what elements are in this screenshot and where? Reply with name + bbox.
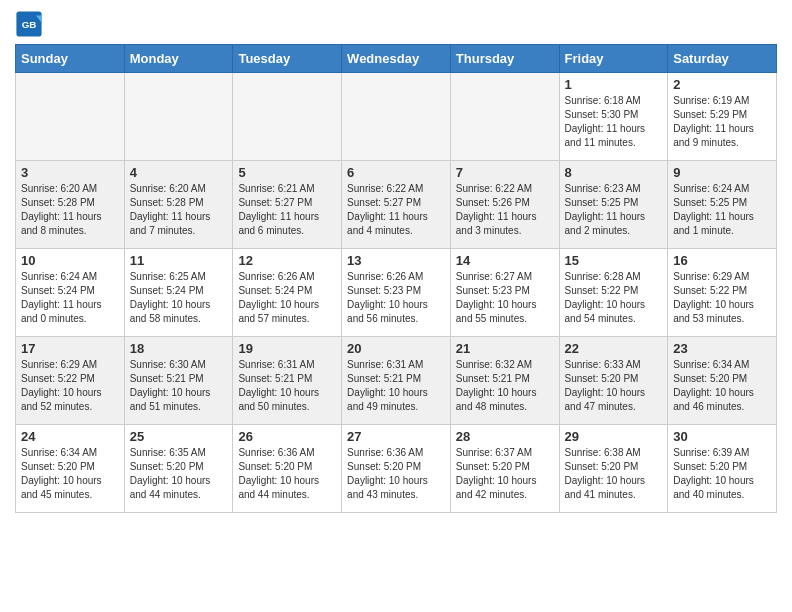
weekday-header-tuesday: Tuesday (233, 45, 342, 73)
logo-icon: GB (15, 10, 43, 38)
day-number: 30 (673, 429, 771, 444)
day-number: 19 (238, 341, 336, 356)
day-number: 1 (565, 77, 663, 92)
header: GB (15, 10, 777, 38)
calendar-cell: 21Sunrise: 6:32 AM Sunset: 5:21 PM Dayli… (450, 337, 559, 425)
day-number: 16 (673, 253, 771, 268)
calendar-header-row: SundayMondayTuesdayWednesdayThursdayFrid… (16, 45, 777, 73)
day-number: 21 (456, 341, 554, 356)
day-info: Sunrise: 6:18 AM Sunset: 5:30 PM Dayligh… (565, 94, 663, 150)
calendar-cell: 28Sunrise: 6:37 AM Sunset: 5:20 PM Dayli… (450, 425, 559, 513)
day-info: Sunrise: 6:31 AM Sunset: 5:21 PM Dayligh… (238, 358, 336, 414)
calendar-cell: 15Sunrise: 6:28 AM Sunset: 5:22 PM Dayli… (559, 249, 668, 337)
calendar-cell (450, 73, 559, 161)
day-info: Sunrise: 6:39 AM Sunset: 5:20 PM Dayligh… (673, 446, 771, 502)
day-info: Sunrise: 6:24 AM Sunset: 5:25 PM Dayligh… (673, 182, 771, 238)
day-info: Sunrise: 6:32 AM Sunset: 5:21 PM Dayligh… (456, 358, 554, 414)
calendar-cell: 4Sunrise: 6:20 AM Sunset: 5:28 PM Daylig… (124, 161, 233, 249)
day-number: 12 (238, 253, 336, 268)
calendar-cell (233, 73, 342, 161)
weekday-header-wednesday: Wednesday (342, 45, 451, 73)
calendar-cell: 11Sunrise: 6:25 AM Sunset: 5:24 PM Dayli… (124, 249, 233, 337)
calendar-cell: 7Sunrise: 6:22 AM Sunset: 5:26 PM Daylig… (450, 161, 559, 249)
calendar-cell: 1Sunrise: 6:18 AM Sunset: 5:30 PM Daylig… (559, 73, 668, 161)
day-number: 13 (347, 253, 445, 268)
calendar-cell: 9Sunrise: 6:24 AM Sunset: 5:25 PM Daylig… (668, 161, 777, 249)
day-info: Sunrise: 6:29 AM Sunset: 5:22 PM Dayligh… (21, 358, 119, 414)
calendar-cell: 8Sunrise: 6:23 AM Sunset: 5:25 PM Daylig… (559, 161, 668, 249)
calendar-cell: 30Sunrise: 6:39 AM Sunset: 5:20 PM Dayli… (668, 425, 777, 513)
day-number: 7 (456, 165, 554, 180)
calendar-cell: 6Sunrise: 6:22 AM Sunset: 5:27 PM Daylig… (342, 161, 451, 249)
day-info: Sunrise: 6:38 AM Sunset: 5:20 PM Dayligh… (565, 446, 663, 502)
day-info: Sunrise: 6:22 AM Sunset: 5:26 PM Dayligh… (456, 182, 554, 238)
calendar-cell: 24Sunrise: 6:34 AM Sunset: 5:20 PM Dayli… (16, 425, 125, 513)
day-info: Sunrise: 6:20 AM Sunset: 5:28 PM Dayligh… (21, 182, 119, 238)
weekday-header-sunday: Sunday (16, 45, 125, 73)
calendar-cell: 10Sunrise: 6:24 AM Sunset: 5:24 PM Dayli… (16, 249, 125, 337)
day-info: Sunrise: 6:23 AM Sunset: 5:25 PM Dayligh… (565, 182, 663, 238)
day-info: Sunrise: 6:21 AM Sunset: 5:27 PM Dayligh… (238, 182, 336, 238)
day-info: Sunrise: 6:34 AM Sunset: 5:20 PM Dayligh… (673, 358, 771, 414)
day-number: 11 (130, 253, 228, 268)
day-info: Sunrise: 6:36 AM Sunset: 5:20 PM Dayligh… (347, 446, 445, 502)
day-info: Sunrise: 6:36 AM Sunset: 5:20 PM Dayligh… (238, 446, 336, 502)
day-number: 27 (347, 429, 445, 444)
calendar-cell: 27Sunrise: 6:36 AM Sunset: 5:20 PM Dayli… (342, 425, 451, 513)
svg-text:GB: GB (22, 19, 37, 30)
day-number: 26 (238, 429, 336, 444)
calendar-cell: 29Sunrise: 6:38 AM Sunset: 5:20 PM Dayli… (559, 425, 668, 513)
day-number: 15 (565, 253, 663, 268)
calendar-cell: 19Sunrise: 6:31 AM Sunset: 5:21 PM Dayli… (233, 337, 342, 425)
day-number: 25 (130, 429, 228, 444)
day-number: 29 (565, 429, 663, 444)
weekday-header-thursday: Thursday (450, 45, 559, 73)
day-number: 10 (21, 253, 119, 268)
calendar-cell (342, 73, 451, 161)
weekday-header-monday: Monday (124, 45, 233, 73)
calendar-cell: 26Sunrise: 6:36 AM Sunset: 5:20 PM Dayli… (233, 425, 342, 513)
page-container: GB SundayMondayTuesdayWednesdayThursdayF… (15, 10, 777, 513)
day-number: 20 (347, 341, 445, 356)
day-info: Sunrise: 6:26 AM Sunset: 5:24 PM Dayligh… (238, 270, 336, 326)
day-info: Sunrise: 6:30 AM Sunset: 5:21 PM Dayligh… (130, 358, 228, 414)
day-info: Sunrise: 6:19 AM Sunset: 5:29 PM Dayligh… (673, 94, 771, 150)
day-info: Sunrise: 6:27 AM Sunset: 5:23 PM Dayligh… (456, 270, 554, 326)
day-number: 17 (21, 341, 119, 356)
day-info: Sunrise: 6:35 AM Sunset: 5:20 PM Dayligh… (130, 446, 228, 502)
calendar-cell: 14Sunrise: 6:27 AM Sunset: 5:23 PM Dayli… (450, 249, 559, 337)
calendar-cell: 23Sunrise: 6:34 AM Sunset: 5:20 PM Dayli… (668, 337, 777, 425)
day-number: 23 (673, 341, 771, 356)
calendar-week-row: 1Sunrise: 6:18 AM Sunset: 5:30 PM Daylig… (16, 73, 777, 161)
day-number: 3 (21, 165, 119, 180)
day-info: Sunrise: 6:22 AM Sunset: 5:27 PM Dayligh… (347, 182, 445, 238)
day-number: 28 (456, 429, 554, 444)
calendar-cell: 20Sunrise: 6:31 AM Sunset: 5:21 PM Dayli… (342, 337, 451, 425)
day-number: 24 (21, 429, 119, 444)
day-info: Sunrise: 6:25 AM Sunset: 5:24 PM Dayligh… (130, 270, 228, 326)
calendar-week-row: 3Sunrise: 6:20 AM Sunset: 5:28 PM Daylig… (16, 161, 777, 249)
weekday-header-saturday: Saturday (668, 45, 777, 73)
day-number: 9 (673, 165, 771, 180)
calendar-week-row: 10Sunrise: 6:24 AM Sunset: 5:24 PM Dayli… (16, 249, 777, 337)
day-info: Sunrise: 6:33 AM Sunset: 5:20 PM Dayligh… (565, 358, 663, 414)
calendar-cell: 13Sunrise: 6:26 AM Sunset: 5:23 PM Dayli… (342, 249, 451, 337)
day-number: 18 (130, 341, 228, 356)
logo: GB (15, 10, 47, 38)
day-info: Sunrise: 6:29 AM Sunset: 5:22 PM Dayligh… (673, 270, 771, 326)
day-info: Sunrise: 6:31 AM Sunset: 5:21 PM Dayligh… (347, 358, 445, 414)
calendar-cell (16, 73, 125, 161)
calendar-cell: 25Sunrise: 6:35 AM Sunset: 5:20 PM Dayli… (124, 425, 233, 513)
day-number: 4 (130, 165, 228, 180)
day-number: 8 (565, 165, 663, 180)
calendar-table: SundayMondayTuesdayWednesdayThursdayFrid… (15, 44, 777, 513)
calendar-cell: 12Sunrise: 6:26 AM Sunset: 5:24 PM Dayli… (233, 249, 342, 337)
day-number: 5 (238, 165, 336, 180)
calendar-cell: 3Sunrise: 6:20 AM Sunset: 5:28 PM Daylig… (16, 161, 125, 249)
day-info: Sunrise: 6:28 AM Sunset: 5:22 PM Dayligh… (565, 270, 663, 326)
day-info: Sunrise: 6:24 AM Sunset: 5:24 PM Dayligh… (21, 270, 119, 326)
day-number: 6 (347, 165, 445, 180)
calendar-cell: 16Sunrise: 6:29 AM Sunset: 5:22 PM Dayli… (668, 249, 777, 337)
calendar-cell: 2Sunrise: 6:19 AM Sunset: 5:29 PM Daylig… (668, 73, 777, 161)
weekday-header-friday: Friday (559, 45, 668, 73)
